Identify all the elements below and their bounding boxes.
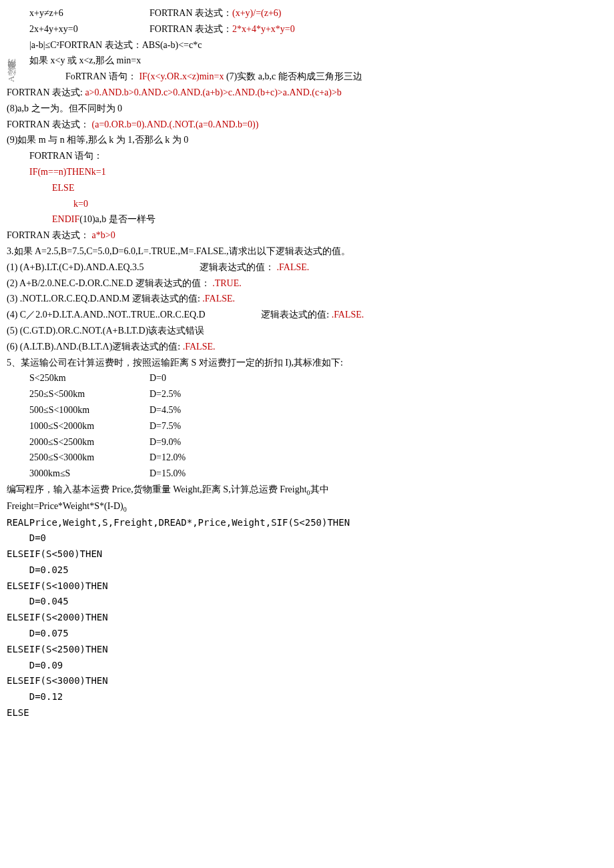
q1-label: 逻辑表达式的值： [200,262,274,272]
range-cell: 2500≤S<3000km [29,450,149,466]
desc1-a: 编写程序，输入基本运费 Price,货物重量 Weight,距离 S,计算总运费… [7,484,307,494]
problem-5-desc2: Freight=Price*Weight*S*(I-D)0 [7,498,607,515]
discount-cell: D=9.0% [149,434,181,450]
expr-5: FoRTRAN 语句： IF(x<y.OR.x<z)min=x (7)实数 a,… [65,69,607,85]
code-line: D=0.075 [7,626,607,642]
code-line: ELSEIF(S<1000)THEN [7,578,607,594]
expr-1-answer: (x+y)/=(z+6) [232,5,281,21]
code-line: ELSEIF(S<500)THEN [7,546,607,562]
code-line: ELSEIF(S<3000)THEN [7,673,607,689]
expr-15: FORTRAN 表达式： a*b>0 [7,228,607,244]
code-line: D=0.09 [7,658,607,674]
table-row: 250≤S<500kmD=2.5% [7,386,607,402]
table-row: 2500≤S<3000kmD=12.0% [7,450,607,466]
code-line: ELSEIF(S<2000)THEN [7,610,607,626]
code-else: ELSE [52,180,607,196]
range-cell: 500≤S<1000km [29,402,149,418]
q4-text: (4) C／2.0+D.LT.A.AND..NOT..TRUE..OR.C.EQ… [7,310,206,320]
expr-5-trail: (7)实数 a,b,c 能否构成三角形三边 [226,71,362,81]
expr-1-label: FORTRAN 表达式： [149,5,232,21]
table-row: 3000km≤SD=15.0% [7,466,607,482]
table-row: S<250kmD=0 [7,370,607,386]
expr-5-label: FoRTRAN 语句： [65,71,137,81]
discount-cell: D=12.0% [149,450,186,466]
q4-answer: .FALSE. [332,310,364,320]
discount-cell: D=15.0% [149,466,186,482]
watermark-text: 绿A学习网 [4,3,19,83]
problem-5: 5、某运输公司在计算运费时，按照运输距离 S 对运费打一定的折扣 I),其标准如… [7,355,607,371]
expr-3: |a-b|≤C²FORTRAN 表达式：ABS(a-b)<=c*c [29,37,607,53]
code-endif: ENDIF [52,214,79,224]
code-line: ELSE [7,705,607,721]
q6-answer: .FALSE. [183,342,216,352]
expr-4: 如果 x<y 或 x<z,那么 min=x [29,53,607,69]
range-cell: 3000km≤S [29,466,149,482]
code-line: D=0.045 [7,594,607,610]
desc1-tail: 其中 [310,484,329,494]
expr-10-trail: (10)a,b 是否一样号 [79,214,156,224]
desc2-sub: 0 [123,506,127,513]
range-cell: 2000≤S<2500km [29,434,149,450]
range-cell: 1000≤S<2000km [29,418,149,434]
expr-2-lhs: 2x+4y+xy=0 [29,21,149,37]
table-row: 500≤S<1000kmD=4.5% [7,402,607,418]
range-cell: 250≤S<500km [29,386,149,402]
discount-cell: D=7.5% [149,418,181,434]
expr-2-label: FORTRAN 表达式： [149,21,232,37]
q4-label: 逻辑表达式的值: [261,310,329,320]
expr-2-answer: 2*x+4*y+x*y=0 [232,21,295,37]
problem-5-desc1: 编写程序，输入基本运费 Price,货物重量 Weight,距离 S,计算总运费… [7,482,607,498]
q6-text: (6) (A.LT.B).ΛND.(B.LT.Λ)逻辑表达式的值: [7,342,180,352]
code-line: ELSEIF(S<2500)THEN [7,642,607,658]
fortran-statement-label: FORTRAN 语句： [29,148,607,164]
table-row: 1000≤S<2000kmD=7.5% [7,418,607,434]
expr-15-answer: a*b>0 [92,230,115,240]
code-k0: k=0 [73,196,607,212]
expr-8: FORTRAN 表达式： (a=0.OR.b=0).AND.(.NOT.(a=0… [7,117,607,133]
expr-5-answer: IF(x<y.OR.x<z)min=x [139,71,224,81]
q1: (1) (A+B).LT.(C+D).AND.A.EQ.3.5 逻辑表达式的值：… [7,260,607,276]
expr-8-answer: (a=0.OR.b=0).AND.(.NOT.(a=0.AND.b=0)) [92,119,259,129]
code-line: D=0 [7,530,607,546]
expr-1-lhs: x+y≠z+6 [29,5,149,21]
expr-6-label: FORTRAN 表达式: [7,87,83,97]
q2-answer: .TRUE. [212,278,242,288]
discount-cell: D=0 [149,370,166,386]
q2: (2) A+B/2.0.NE.C-D.OR.C.NE.D 逻辑表达式的值： .T… [7,276,607,292]
expr-6: FORTRAN 表达式: a>0.AND.b>0.AND.c>0.AND.(a+… [7,85,607,101]
code-line: D=0.12 [7,689,607,705]
q3: (3) .NOT.L.OR.C.EQ.D.AND.M 逻辑表达式的值: .FAL… [7,291,607,307]
expr-7: (8)a,b 之一为。但不同时为 0 [7,101,607,117]
discount-cell: D=2.5% [149,386,181,402]
expr-1: x+y≠z+6 FORTRAN 表达式： (x+y)/=(z+6) [29,5,607,21]
range-cell: S<250km [29,370,149,386]
code-line: REALPrice,Weight,S,Freight,DREAD*,Price,… [7,515,607,531]
q5: (5) (C.GT.D).OR.C.NOT.(A+B.LT.D)该表达式错误 [7,323,607,339]
expr-6-answer: a>0.AND.b>0.AND.c>0.AND.(a+b)>c.AND.(b+c… [85,87,341,97]
problem-3: 3.如果 A=2.5,B=7.5,C=5.0,D=6.0,L=.TRUE.,M=… [7,244,607,260]
q3-text: (3) .NOT.L.OR.C.EQ.D.AND.M 逻辑表达式的值: [7,294,200,304]
code-if: IF(m==n)THENk=1 [29,164,607,180]
table-row: 2000≤S<2500kmD=9.0% [7,434,607,450]
q1-answer: .FALSE. [277,262,310,272]
expr-9: (9)如果 m 与 n 相等,那么 k 为 1,否那么 k 为 0 [7,132,607,148]
q6: (6) (A.LT.B).ΛND.(B.LT.Λ)逻辑表达式的值: .FALSE… [7,339,607,355]
code-line: D=0.025 [7,562,607,578]
q3-answer: .FALSE. [202,294,235,304]
code-endif-row: ENDIF(10)a,b 是否一样号 [52,211,607,228]
discount-table: S<250kmD=0 250≤S<500kmD=2.5% 500≤S<1000k… [7,370,607,482]
discount-cell: D=4.5% [149,402,181,418]
q1-text: (1) (A+B).LT.(C+D).AND.A.EQ.3.5 [7,262,144,272]
q2-text: (2) A+B/2.0.NE.C-D.OR.C.NE.D 逻辑表达式的值： [7,278,210,288]
desc2-a: Freight=Price*Weight*S*(I-D) [7,501,123,511]
q4: (4) C／2.0+D.LT.A.AND..NOT..TRUE..OR.C.EQ… [7,307,607,323]
expr-8-label: FORTRAN 表达式： [7,119,89,129]
expr-15-label: FORTRAN 表达式： [7,230,89,240]
expr-2: 2x+4y+xy=0 FORTRAN 表达式： 2*x+4*y+x*y=0 [29,21,607,37]
